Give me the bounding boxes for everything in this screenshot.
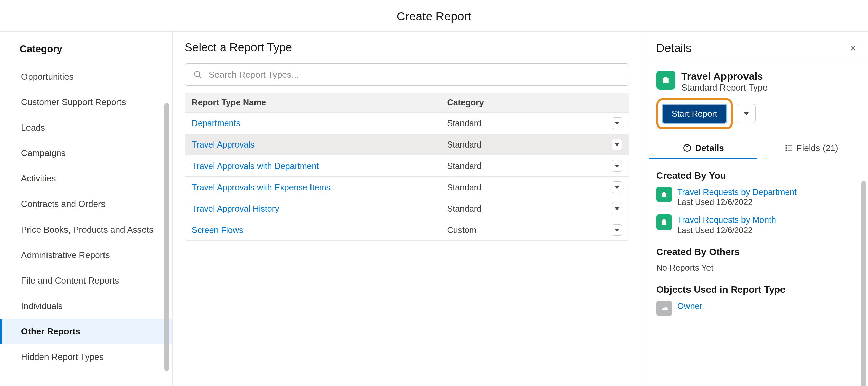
details-panel: Details Travel Approvals Standard Report… [641,32,868,386]
report-type-link[interactable]: Travel Approvals with Expense Items [185,178,440,197]
svg-rect-5 [664,77,667,78]
created-by-others-empty: No Reports Yet [656,263,858,273]
report-type-link[interactable]: Travel Approvals [185,135,440,154]
report-icon [656,187,672,202]
sidebar-item[interactable]: Customer Support Reports [0,90,172,115]
row-actions-cell [605,134,629,155]
report-type-table: Report Type Name Category DepartmentsSta… [185,93,629,241]
details-title: Details [656,41,692,55]
objects-used-heading: Objects Used in Report Type [656,284,858,295]
col-header-category[interactable]: Category [440,93,605,112]
related-report-link[interactable]: Travel Requests by Month [677,214,776,226]
sidebar-item[interactable]: Administrative Reports [0,243,172,268]
chevron-down-icon [615,143,619,146]
row-menu-button[interactable] [612,224,622,236]
chevron-down-icon [615,186,619,189]
related-report-item: Travel Requests by MonthLast Used 12/6/2… [656,214,858,235]
start-report-highlight: Start Report [656,98,733,129]
sidebar-item[interactable]: Opportunities [0,64,172,90]
report-type-subtitle: Standard Report Type [681,82,768,93]
sidebar-item[interactable]: File and Content Reports [0,268,172,293]
sidebar-item[interactable]: Activities [0,166,172,191]
sidebar-item[interactable]: Hidden Report Types [0,344,172,370]
report-type-category: Custom [440,220,605,240]
table-header: Report Type Name Category [185,93,629,113]
row-actions-cell [605,113,629,134]
col-header-actions [605,93,629,112]
sidebar-item[interactable]: Contracts and Orders [0,191,172,217]
table-row[interactable]: Screen FlowsCustom [185,219,629,240]
svg-rect-4 [663,78,669,83]
report-type-panel: Select a Report Type Report Type Name Ca… [173,32,641,386]
tab-fields[interactable]: Fields (21) [757,137,865,159]
start-report-button[interactable]: Start Report [662,104,727,124]
main-heading: Select a Report Type [185,41,629,54]
svg-point-13 [786,148,786,148]
svg-rect-16 [663,192,665,193]
table-row[interactable]: DepartmentsStandard [185,113,629,134]
report-type-icon [656,71,675,90]
report-type-link[interactable]: Departments [185,114,440,133]
created-by-others-heading: Created By Others [656,247,858,257]
close-details-button[interactable] [848,43,858,54]
sidebar-scrollbar[interactable] [164,103,169,371]
row-actions-cell [605,198,629,219]
report-type-link[interactable]: Travel Approval History [185,199,440,218]
related-report-item: Travel Requests by DepartmentLast Used 1… [656,187,858,207]
row-menu-button[interactable] [612,160,622,172]
report-type-name: Travel Approvals [681,71,768,82]
modal-header: Create Report [0,0,868,32]
row-actions-cell [605,177,629,198]
row-menu-button[interactable] [612,139,622,150]
chevron-down-icon [615,165,619,168]
chevron-down-icon [744,112,749,115]
tab-fields-label: Fields (21) [797,143,838,153]
tab-details[interactable]: Details [649,137,757,159]
search-input[interactable] [185,63,629,86]
row-actions-cell [605,155,629,176]
search-icon [193,70,202,79]
row-menu-button[interactable] [612,181,622,193]
table-row[interactable]: Travel ApprovalsStandard [185,134,629,155]
object-link[interactable]: Owner [677,301,702,312]
chevron-down-icon [615,207,619,210]
svg-line-1 [199,76,201,78]
report-type-category: Standard [440,135,605,154]
category-sidebar: Category OpportunitiesCustomer Support R… [0,32,173,386]
row-menu-button[interactable] [612,203,622,214]
created-by-you-heading: Created By You [656,170,858,181]
col-header-name[interactable]: Report Type Name [185,93,440,112]
row-menu-button[interactable] [612,117,622,129]
related-report-link[interactable]: Travel Requests by Department [677,187,797,198]
info-icon [683,143,692,152]
modal-title: Create Report [0,9,868,23]
svg-rect-18 [663,219,665,221]
chevron-down-icon [615,229,619,232]
report-type-link[interactable]: Travel Approvals with Department [185,156,440,176]
report-type-category: Standard [440,178,605,197]
object-item: Owner [656,301,858,316]
tab-details-label: Details [695,143,724,153]
list-icon [785,143,793,152]
sidebar-item[interactable]: Individuals [0,293,172,319]
svg-point-12 [786,145,786,146]
related-report-last-used: Last Used 12/6/2022 [677,197,797,207]
report-type-link[interactable]: Screen Flows [185,220,440,240]
row-actions-cell [605,219,629,240]
report-type-category: Standard [440,199,605,218]
svg-rect-15 [662,193,666,197]
report-type-category: Standard [440,156,605,176]
related-report-last-used: Last Used 12/6/2022 [677,226,776,235]
sidebar-item[interactable]: Leads [0,115,172,140]
table-row[interactable]: Travel Approval HistoryStandard [185,198,629,219]
sidebar-item[interactable]: Price Books, Products and Assets [0,217,172,243]
sidebar-item[interactable]: Other Reports [0,319,172,344]
table-row[interactable]: Travel Approvals with Expense ItemsStand… [185,177,629,198]
sidebar-item[interactable]: Campaigns [0,140,172,166]
details-scrollbar[interactable] [861,181,866,386]
sidebar-heading: Category [19,43,172,55]
table-row[interactable]: Travel Approvals with DepartmentStandard [185,155,629,177]
chevron-down-icon [615,122,619,125]
start-report-menu-button[interactable] [737,104,756,123]
svg-point-14 [786,150,786,150]
